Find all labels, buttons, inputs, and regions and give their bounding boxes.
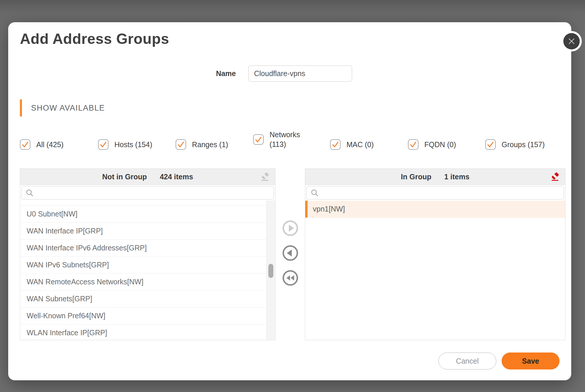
double-arrow-left-icon <box>287 275 290 281</box>
search-icon <box>26 189 34 198</box>
in-group-list: vpn1[NW] <box>305 201 565 218</box>
list-item[interactable]: WAN Interface IP[GRP] <box>20 223 275 240</box>
save-button[interactable]: Save <box>502 353 560 369</box>
add-address-groups-dialog: Add Address Groups Name SHOW AVAILABLE A… <box>8 22 571 380</box>
filter-label: FQDN (0) <box>424 140 456 149</box>
filter-label: MAC (0) <box>346 140 374 149</box>
scrollbar-track[interactable] <box>266 200 275 340</box>
checkbox-checked-icon[interactable] <box>98 139 109 150</box>
not-in-group-header: Not in Group 424 items <box>20 169 275 185</box>
filter-checkbox-item[interactable]: Ranges (1) <box>176 139 228 150</box>
filter-checkbox-item[interactable]: Networks (113) <box>253 130 304 149</box>
move-left-button[interactable] <box>282 245 298 261</box>
filter-checkbox-item[interactable]: FQDN (0) <box>408 139 456 150</box>
panel-title: In Group <box>401 173 431 181</box>
move-all-left-button[interactable] <box>282 270 298 286</box>
in-group-search <box>306 186 564 200</box>
filter-label: All (425) <box>36 140 64 149</box>
arrow-right-icon <box>289 225 294 232</box>
not-in-group-search <box>21 186 274 200</box>
checkbox-checked-icon[interactable] <box>485 139 496 150</box>
selected-group-member-row[interactable]: vpn1[NW] <box>305 201 565 218</box>
search-input[interactable] <box>306 186 564 200</box>
search-input[interactable] <box>21 186 274 200</box>
list-item[interactable]: WAN Subnets[GRP] <box>20 290 275 307</box>
clear-group-eraser-icon[interactable] <box>550 171 560 183</box>
list-item-label: U0 Subnet[NW] <box>27 210 78 218</box>
list-item-label: WAN Subnets[GRP] <box>27 295 92 303</box>
list-item[interactable]: WAN RemoteAccess Networks[NW] <box>20 274 275 290</box>
name-label: Name <box>184 66 236 82</box>
arrow-left-icon <box>287 250 292 257</box>
filter-checkbox-item[interactable]: Hosts (154) <box>98 139 152 150</box>
panel-item-count: 424 items <box>160 173 193 181</box>
list-item[interactable]: WLAN Interface IP[GRP] <box>20 324 275 340</box>
panel-item-count: 1 items <box>444 173 469 181</box>
in-group-panel: In Group 1 items <box>305 169 565 340</box>
not-in-group-panel: Not in Group 424 items <box>20 169 275 340</box>
section-accent-bar <box>20 99 22 116</box>
filter-checkbox-item[interactable]: Groups (157) <box>485 139 545 150</box>
list-item-label: Well-Known Pref64[NW] <box>27 312 105 320</box>
filter-label: Groups (157) <box>502 140 545 149</box>
filter-label: Hosts (154) <box>114 140 152 149</box>
checkbox-checked-icon[interactable] <box>408 139 418 150</box>
close-icon <box>563 33 580 49</box>
checkbox-checked-icon[interactable] <box>330 139 341 150</box>
list-item-label: WAN Interface IP[GRP] <box>27 227 103 235</box>
section-heading: SHOW AVAILABLE <box>31 99 105 116</box>
list-item[interactable]: Well-Known Pref64[NW] <box>20 307 275 324</box>
list-item-label: WAN IPv6 Subnets[GRP] <box>27 261 109 269</box>
search-icon <box>311 189 319 198</box>
list-item[interactable]: WAN IPv6 Subnets[GRP] <box>20 257 275 274</box>
list-item[interactable]: U0 Subnet[NW] <box>20 206 275 223</box>
panel-title: Not in Group <box>102 173 147 181</box>
cancel-button[interactable]: Cancel <box>438 353 496 369</box>
in-group-header: In Group 1 items <box>305 169 565 185</box>
checkbox-checked-icon[interactable] <box>20 139 30 150</box>
scrollbar-thumb[interactable] <box>268 264 273 278</box>
list-item-label: vpn1[NW] <box>313 205 345 213</box>
page-title: Add Address Groups <box>20 30 169 47</box>
list-item-label: WAN Interface IPv6 Addresses[GRP] <box>27 244 147 252</box>
filter-label: Ranges (1) <box>192 140 228 149</box>
filter-checkbox-item[interactable]: MAC (0) <box>330 139 374 150</box>
filter-checkbox-item[interactable]: All (425) <box>20 139 64 150</box>
close-button[interactable] <box>561 31 582 51</box>
name-field[interactable] <box>248 66 352 82</box>
list-item[interactable]: WAN Interface IPv6 Addresses[GRP] <box>20 240 275 257</box>
list-item-label: WAN RemoteAccess Networks[NW] <box>27 278 143 286</box>
partial-scrolled-row <box>20 201 275 206</box>
list-item-label: WLAN Interface IP[GRP] <box>27 329 107 337</box>
checkbox-checked-icon[interactable] <box>253 134 264 145</box>
checkbox-checked-icon[interactable] <box>176 139 186 150</box>
clear-selection-eraser-icon[interactable] <box>260 171 270 183</box>
not-in-group-list: U0 Subnet[NW] WAN Interface IP[GRP] WAN … <box>20 201 275 340</box>
filter-label: Networks (113) <box>270 130 304 149</box>
move-right-button[interactable] <box>282 220 298 236</box>
